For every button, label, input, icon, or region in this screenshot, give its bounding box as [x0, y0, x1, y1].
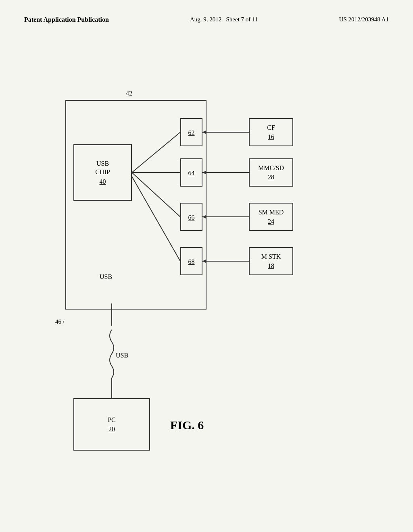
outer-box-label-42: 42	[126, 90, 132, 97]
sm-med-label: SM MED	[259, 208, 284, 217]
box-port-64: 64	[180, 158, 202, 187]
pc-label: PC	[108, 416, 116, 424]
header-sheet: Sheet 7 of 11	[226, 16, 258, 23]
page: Patent Application Publication Aug. 9, 2…	[0, 0, 413, 532]
connector-arrow: /	[63, 319, 65, 325]
fig-label: FIG. 6	[170, 418, 204, 432]
box-cf: CF 16	[249, 118, 293, 146]
header-date: Aug. 9, 2012	[190, 16, 221, 23]
usb-chip-label2: CHIP	[95, 168, 110, 177]
pc-num: 20	[108, 426, 115, 433]
port-64-num: 64	[188, 170, 195, 177]
usb-label-inner: USB	[100, 273, 112, 281]
port-66-num: 66	[188, 214, 195, 221]
box-sm-med: SM MED 24	[249, 203, 293, 231]
cf-num: 16	[268, 133, 274, 141]
header-center: Aug. 9, 2012 Sheet 7 of 11	[190, 16, 258, 23]
header-right: US 2012/203948 A1	[339, 16, 389, 23]
m-stk-label: M STK	[261, 253, 281, 261]
header-left: Patent Application Publication	[24, 16, 109, 23]
box-usb-chip: USB CHIP 40	[73, 144, 132, 201]
diagram-area: 42 USB CHIP 40 USB 62 64 66 68 CF 16	[33, 48, 380, 491]
connector-label: 46 /	[55, 318, 65, 325]
usb-label-outer: USB	[116, 352, 128, 359]
port-68-num: 68	[188, 258, 195, 266]
usb-chip-label1: USB	[96, 160, 109, 168]
mmcsd-label: MMC/SD	[258, 164, 284, 172]
sm-med-num: 24	[268, 218, 274, 225]
port-62-num: 62	[188, 129, 195, 137]
usb-chip-num: 40	[100, 178, 106, 185]
box-port-66: 66	[180, 203, 202, 231]
mmcsd-num: 28	[268, 174, 274, 181]
box-mmcsd: MMC/SD 28	[249, 158, 293, 187]
box-port-62: 62	[180, 118, 202, 146]
m-stk-num: 18	[268, 262, 274, 270]
connector-num: 46	[55, 318, 61, 325]
box-pc: PC 20	[73, 398, 150, 451]
header: Patent Application Publication Aug. 9, 2…	[24, 16, 389, 23]
box-m-stk: M STK 18	[249, 247, 293, 275]
cf-label: CF	[267, 124, 275, 132]
box-port-68: 68	[180, 247, 202, 275]
